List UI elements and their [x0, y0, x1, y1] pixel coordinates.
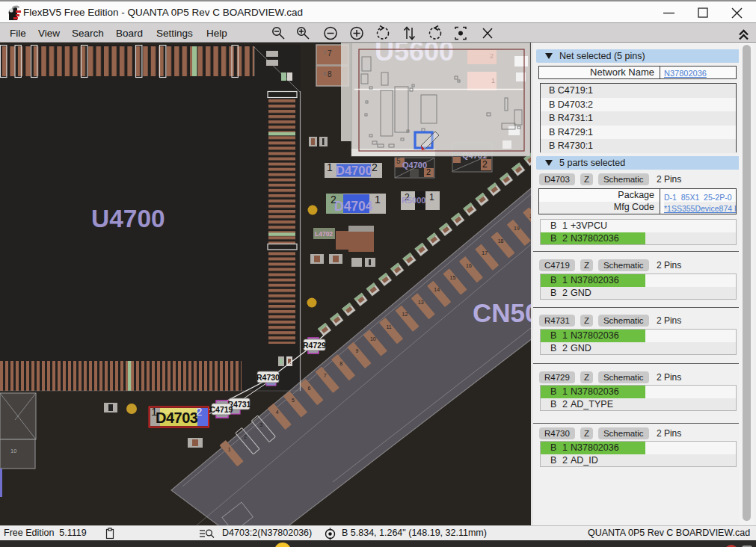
svg-text:7: 7 [328, 49, 332, 58]
svg-text:2: 2 [426, 167, 431, 176]
svg-text:1: 1 [429, 192, 434, 203]
svg-text:17: 17 [482, 250, 488, 256]
svg-text:5: 5 [292, 398, 295, 403]
svg-text:R5000: R5000 [402, 196, 425, 205]
svg-text:10: 10 [370, 336, 376, 342]
svg-text:C4719: C4719 [210, 405, 233, 414]
svg-text:L4702: L4702 [315, 230, 333, 238]
svg-text:7: 7 [323, 49, 327, 56]
svg-text:18: 18 [498, 238, 504, 244]
svg-text:D4700: D4700 [336, 164, 372, 177]
svg-text:U5600: U5600 [375, 43, 454, 67]
svg-text:1: 1 [327, 161, 333, 173]
svg-text:8: 8 [339, 361, 342, 366]
svg-text:2: 2 [196, 405, 202, 418]
svg-text:3: 3 [259, 422, 262, 427]
svg-text:15: 15 [450, 275, 456, 280]
svg-text:6: 6 [307, 386, 310, 391]
svg-text:8: 8 [328, 70, 332, 78]
svg-text:U4700: U4700 [91, 205, 165, 232]
svg-text:4: 4 [276, 410, 279, 415]
svg-text:2: 2 [244, 434, 247, 439]
svg-text:11: 11 [386, 324, 391, 330]
svg-text:D4703: D4703 [156, 410, 198, 426]
svg-text:19: 19 [514, 226, 520, 231]
svg-text:13: 13 [418, 300, 424, 305]
svg-text:1: 1 [151, 405, 157, 418]
svg-text:1: 1 [375, 194, 381, 205]
svg-text:14: 14 [434, 287, 440, 292]
svg-text:D4704: D4704 [334, 199, 373, 214]
svg-text:R4730: R4730 [256, 373, 280, 382]
svg-text:9: 9 [355, 348, 358, 353]
svg-text:CN50: CN50 [473, 298, 531, 327]
svg-text:2: 2 [331, 194, 336, 205]
svg-text:12: 12 [402, 312, 408, 317]
svg-text:2: 2 [490, 52, 494, 60]
svg-text:16: 16 [466, 263, 472, 268]
svg-text:R4729: R4729 [303, 341, 326, 350]
svg-text:1: 1 [491, 77, 495, 84]
svg-text:1: 1 [228, 447, 231, 452]
svg-text:2: 2 [482, 159, 488, 170]
svg-text:Q4700: Q4700 [402, 161, 427, 170]
svg-text:8: 8 [323, 70, 327, 77]
svg-text:2: 2 [372, 161, 378, 173]
svg-text:5: 5 [396, 157, 401, 165]
svg-text:7: 7 [324, 373, 327, 378]
svg-text:10: 10 [10, 448, 16, 454]
